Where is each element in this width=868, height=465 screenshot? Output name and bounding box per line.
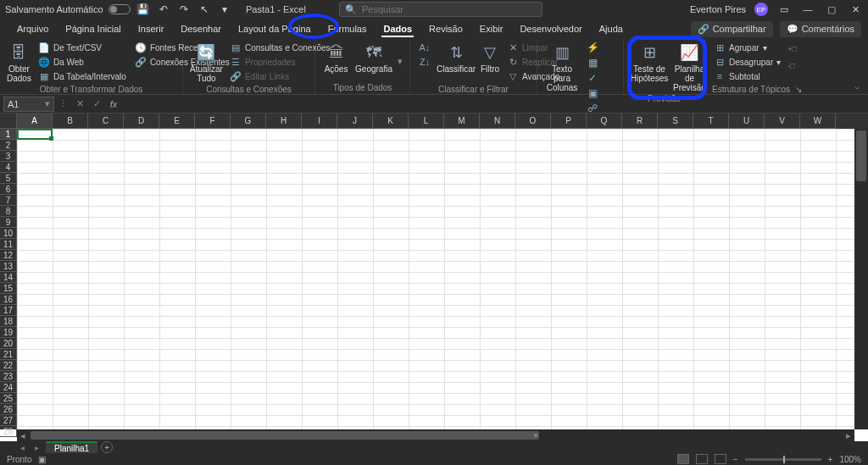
da-tabela[interactable]: ▦Da Tabela/Intervalo xyxy=(36,69,128,83)
col-header[interactable]: G xyxy=(231,113,266,129)
consolidate-icon[interactable]: ▣ xyxy=(585,86,600,100)
row-header[interactable]: 27 xyxy=(0,415,17,426)
row-header[interactable]: 5 xyxy=(0,173,17,184)
col-header[interactable]: H xyxy=(266,113,302,129)
tab-formulas[interactable]: Fórmulas xyxy=(320,20,376,37)
subtotal[interactable]: ≡Subtotal xyxy=(712,69,782,83)
avatar[interactable]: EP xyxy=(754,3,768,16)
zoom-value[interactable]: 100% xyxy=(839,455,861,464)
search-input[interactable] xyxy=(362,4,537,14)
cursor-icon[interactable]: ↖ xyxy=(197,2,212,17)
undo-icon[interactable]: ↶ xyxy=(156,2,171,17)
view-layout-icon[interactable] xyxy=(696,454,708,464)
fx-icon[interactable]: fx xyxy=(105,99,122,109)
de-text-csv[interactable]: 📄De Text/CSV xyxy=(36,41,128,54)
filtro-button[interactable]: ▽ Filtro xyxy=(480,41,500,74)
show-detail-icon[interactable]: +□ xyxy=(787,45,797,53)
row-header[interactable]: 4 xyxy=(0,162,17,173)
col-header[interactable]: W xyxy=(800,113,836,129)
row-header[interactable]: 19 xyxy=(0,327,17,338)
cancel-icon[interactable]: ✕ xyxy=(71,98,88,109)
remove-dup-icon[interactable]: ▦ xyxy=(585,56,600,69)
col-header[interactable]: N xyxy=(480,113,515,129)
col-header[interactable]: A xyxy=(17,113,53,129)
row-header[interactable]: 20 xyxy=(0,338,17,349)
autosave-toggle[interactable] xyxy=(108,4,131,14)
hide-detail-icon[interactable]: -□ xyxy=(787,62,797,70)
close-icon[interactable]: ✕ xyxy=(848,2,863,17)
col-header[interactable]: U xyxy=(729,113,765,129)
obter-dados-button[interactable]: 🗄 Obter Dados xyxy=(7,41,31,83)
overflow-icon[interactable]: ▾ xyxy=(398,56,403,67)
row-header[interactable]: 6 xyxy=(0,184,17,195)
cells-area[interactable] xyxy=(17,129,854,429)
col-header[interactable]: M xyxy=(444,113,480,129)
row-header[interactable]: 7 xyxy=(0,195,17,206)
atualizar-tudo-button[interactable]: 🔄 Atualizar Tudo xyxy=(190,41,223,83)
planilha-previsao-button[interactable]: 📈 Planilha de Previsão xyxy=(673,41,706,92)
save-icon[interactable]: 💾 xyxy=(136,2,151,17)
tab-desenhar[interactable]: Desenhar xyxy=(172,20,230,37)
search-box[interactable]: 🔍 xyxy=(339,2,542,17)
add-sheet-button[interactable]: + xyxy=(101,441,113,453)
classificar-button[interactable]: ⇅ Classificar xyxy=(437,41,475,74)
row-header[interactable]: 26 xyxy=(0,404,17,415)
sheet-nav-prev[interactable]: ◂ xyxy=(17,443,28,452)
row-header[interactable]: 23 xyxy=(0,371,17,382)
row-header[interactable]: 14 xyxy=(0,272,17,283)
col-header[interactable]: D xyxy=(124,113,159,129)
sort-az-button[interactable]: A↓ xyxy=(417,41,432,54)
row-header[interactable]: 21 xyxy=(0,349,17,360)
horizontal-scrollbar[interactable]: ◂ ▸ xyxy=(17,429,854,441)
row-header[interactable]: 16 xyxy=(0,294,17,305)
tab-exibir[interactable]: Exibir xyxy=(471,20,512,37)
acoes-button[interactable]: 🏛 Ações xyxy=(322,41,350,74)
row-header[interactable]: 22 xyxy=(0,360,17,371)
tab-arquivo[interactable]: Arquivo xyxy=(8,20,57,37)
teste-hipoteses-button[interactable]: ⊞ Teste de Hipóteses xyxy=(631,41,668,83)
geografia-button[interactable]: 🗺 Geografia xyxy=(355,41,392,74)
ribbon-display-icon[interactable]: ▭ xyxy=(776,2,792,17)
tab-inserir[interactable]: Inserir xyxy=(130,20,173,37)
redo-icon[interactable]: ↷ xyxy=(176,2,192,17)
tab-desenvolvedor[interactable]: Desenvolvedor xyxy=(511,20,590,37)
col-header[interactable]: Q xyxy=(587,113,622,129)
row-header[interactable]: 18 xyxy=(0,316,17,327)
col-header[interactable]: I xyxy=(302,113,337,129)
sort-za-button[interactable]: Z↓ xyxy=(417,55,432,69)
tab-dados[interactable]: Dados xyxy=(375,20,420,37)
view-normal-icon[interactable] xyxy=(677,454,689,464)
name-box[interactable]: A1▾ xyxy=(3,97,54,112)
macro-record-icon[interactable]: ▣ xyxy=(38,455,46,464)
texto-colunas-button[interactable]: ▥ Texto para Colunas xyxy=(544,41,580,92)
enter-icon[interactable]: ✓ xyxy=(88,98,105,109)
zoom-out-icon[interactable]: − xyxy=(733,455,738,464)
zoom-slider[interactable] xyxy=(745,458,821,461)
da-web[interactable]: 🌐Da Web xyxy=(36,55,128,69)
row-header[interactable]: 24 xyxy=(0,382,17,393)
comments-button[interactable]: 💬 Comentários xyxy=(780,21,861,37)
row-header[interactable]: 1 xyxy=(0,129,17,140)
row-header[interactable]: 10 xyxy=(0,228,17,239)
col-header[interactable]: J xyxy=(337,113,373,129)
name-dropdown-icon[interactable]: ⋮ xyxy=(54,98,71,109)
col-header[interactable]: T xyxy=(693,113,729,129)
flash-fill-icon[interactable]: ⚡ xyxy=(585,41,600,54)
collapse-ribbon-icon[interactable]: ⌵ xyxy=(854,81,863,91)
desagrupar[interactable]: ⊟Desagrupar ▾ xyxy=(712,55,782,69)
col-header[interactable]: E xyxy=(159,113,195,129)
row-header[interactable]: 15 xyxy=(0,283,17,294)
row-header[interactable]: 13 xyxy=(0,261,17,272)
row-header[interactable]: 28 xyxy=(0,426,17,437)
col-header[interactable]: S xyxy=(658,113,693,129)
row-header[interactable]: 3 xyxy=(0,151,17,162)
active-cell[interactable] xyxy=(17,129,53,140)
tab-layout[interactable]: Layout da Página xyxy=(230,20,320,37)
col-header[interactable]: B xyxy=(53,113,88,129)
maximize-icon[interactable]: ▢ xyxy=(824,2,839,17)
row-header[interactable]: 12 xyxy=(0,250,17,261)
minimize-icon[interactable]: — xyxy=(800,2,815,17)
tab-ajuda[interactable]: Ajuda xyxy=(591,20,632,37)
col-header[interactable]: L xyxy=(409,113,444,129)
view-break-icon[interactable] xyxy=(715,454,726,464)
